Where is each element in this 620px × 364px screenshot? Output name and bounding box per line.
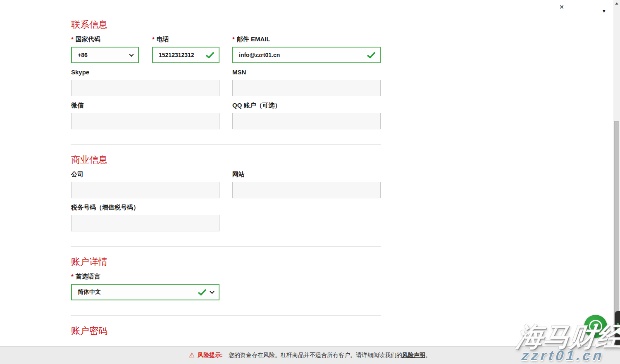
skype-label: Skype xyxy=(71,68,219,76)
question-mark-icon: ? xyxy=(589,320,602,333)
section-title-contact: 联系信息 xyxy=(71,19,381,30)
close-icon[interactable]: ✕ xyxy=(559,4,564,10)
registration-form: 联系信息 *国家代码 +86 *电话 *邮件 EMAIL xyxy=(71,0,381,336)
chevron-down-icon xyxy=(210,289,214,294)
msn-label: MSN xyxy=(232,68,381,76)
required-mark: * xyxy=(71,273,74,280)
risk-warning-text: 您的资金存在风险。杠杆商品并不适合所有客户。请详细阅读我们的 xyxy=(229,352,402,359)
risk-statement-link[interactable]: 风险声明 xyxy=(402,352,425,359)
business-row-2: 税务号码（增值税号码） xyxy=(71,198,381,231)
phone-label: *电话 xyxy=(152,35,219,43)
company-label: 公司 xyxy=(71,170,219,178)
language-select[interactable]: 简体中文 xyxy=(71,284,219,300)
required-mark: * xyxy=(152,36,155,43)
section-divider xyxy=(71,315,381,316)
vertical-scrollbar[interactable] xyxy=(613,0,620,364)
company-input[interactable] xyxy=(71,182,219,198)
risk-warning-label: 风险提示: xyxy=(198,352,223,359)
section-title-account: 账户详情 xyxy=(71,257,381,267)
triangle-up-icon xyxy=(615,2,618,5)
country-code-label: *国家代码 xyxy=(71,35,139,43)
skype-input[interactable] xyxy=(71,80,219,96)
section-title-password: 账户密码 xyxy=(71,326,381,336)
risk-warning-bar: ⚠ 风险提示: 您的资金存在风险。杠杆商品并不适合所有客户。请详细阅读我们的风险… xyxy=(0,346,620,364)
widget-indicator-icon xyxy=(617,323,619,326)
section-divider xyxy=(71,246,381,247)
qq-input[interactable] xyxy=(232,113,381,129)
contact-row-2: Skype MSN xyxy=(71,63,381,96)
language-label: *首选语言 xyxy=(71,272,219,281)
risk-warning-suffix: 。 xyxy=(425,352,431,359)
section-divider xyxy=(71,144,381,145)
business-row-1: 公司 网站 xyxy=(71,165,381,198)
valid-check-icon xyxy=(205,51,215,59)
registration-page: 联系信息 *国家代码 +86 *电话 *邮件 EMAIL xyxy=(0,0,620,364)
caret-down-icon: ▾ xyxy=(603,8,606,14)
chevron-down-icon xyxy=(129,52,134,57)
valid-check-icon xyxy=(198,288,207,296)
contact-row-1: *国家代码 +86 *电话 *邮件 EMAIL xyxy=(71,30,381,63)
qq-label: QQ 账户（可选） xyxy=(232,101,381,109)
help-button[interactable]: ? xyxy=(584,315,607,338)
widget-indicator-icon xyxy=(617,331,619,334)
msn-input[interactable] xyxy=(232,80,381,96)
country-code-value: +86 xyxy=(78,52,88,58)
section-divider xyxy=(71,6,381,6)
language-value: 简体中文 xyxy=(78,288,101,296)
tax-number-label: 税务号码（增值税号码） xyxy=(71,203,219,212)
section-title-business: 商业信息 xyxy=(71,155,381,165)
country-code-select[interactable]: +86 xyxy=(71,47,139,63)
website-input[interactable] xyxy=(232,182,381,198)
email-input[interactable] xyxy=(232,47,381,63)
account-row-1: *首选语言 简体中文 xyxy=(71,267,381,300)
website-label: 网站 xyxy=(232,170,381,178)
contact-row-3: 微信 QQ 账户（可选） xyxy=(71,96,381,129)
valid-check-icon xyxy=(367,51,376,59)
required-mark: * xyxy=(71,36,74,43)
required-mark: * xyxy=(232,36,235,43)
warning-icon: ⚠ xyxy=(189,352,195,359)
wechat-label: 微信 xyxy=(71,101,219,109)
edge-toolbar-widget[interactable] xyxy=(615,311,620,346)
scroll-up-button[interactable] xyxy=(613,0,620,7)
wechat-input[interactable] xyxy=(71,113,219,129)
email-label: *邮件 EMAIL xyxy=(232,35,381,43)
tax-number-input[interactable] xyxy=(71,215,219,231)
widget-indicator-icon xyxy=(617,327,619,330)
